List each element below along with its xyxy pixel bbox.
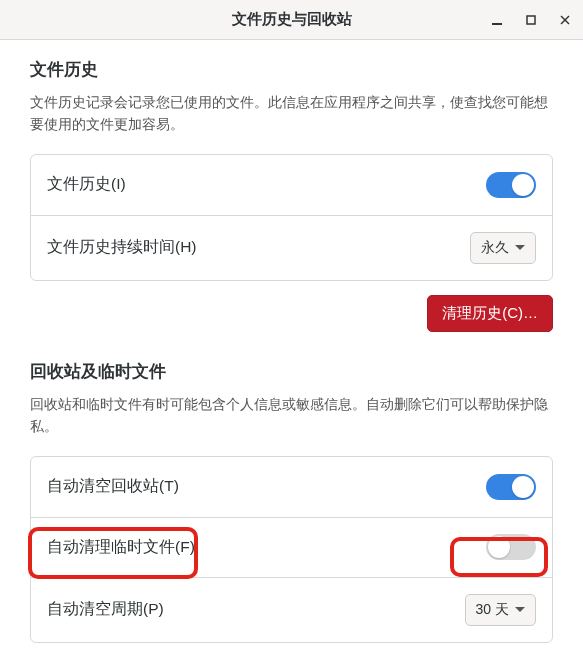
file-history-duration-dropdown[interactable]: 永久 [470, 232, 536, 264]
window-controls [487, 10, 575, 30]
section-file-history-desc: 文件历史记录会记录您已使用的文件。此信息在应用程序之间共享，使查找您可能想要使用… [30, 91, 553, 136]
toggle-knob [512, 476, 534, 498]
section-trash-title: 回收站及临时文件 [30, 360, 553, 383]
clear-history-button[interactable]: 清理历史(C)… [427, 295, 553, 332]
auto-purge-period-dropdown[interactable]: 30 天 [465, 594, 536, 626]
toggle-knob [488, 536, 510, 558]
close-button[interactable] [555, 10, 575, 30]
maximize-button[interactable] [521, 10, 541, 30]
auto-purge-temp-toggle[interactable] [486, 534, 536, 560]
auto-purge-temp-label: 自动清理临时文件(F) [47, 537, 195, 558]
file-history-actions: 清理历史(C)… [30, 295, 553, 332]
minimize-button[interactable] [487, 10, 507, 30]
chevron-down-icon [515, 245, 525, 250]
toggle-knob [512, 174, 534, 196]
minimize-icon [491, 14, 503, 26]
auto-purge-period-label: 自动清空周期(P) [47, 599, 164, 620]
close-icon [560, 15, 570, 25]
row-auto-empty-trash: 自动清空回收站(T) [31, 457, 552, 517]
chevron-down-icon [515, 607, 525, 612]
dropdown-value: 永久 [481, 239, 509, 257]
svg-rect-1 [527, 16, 535, 24]
file-history-duration-label: 文件历史持续时间(H) [47, 237, 197, 258]
row-auto-purge-temp: 自动清理临时文件(F) [31, 517, 552, 577]
row-file-history-duration: 文件历史持续时间(H) 永久 [31, 215, 552, 280]
main-content: 文件历史 文件历史记录会记录您已使用的文件。此信息在应用程序之间共享，使查找您可… [0, 40, 583, 651]
window-title: 文件历史与回收站 [232, 10, 352, 29]
trash-panel: 自动清空回收站(T) 自动清理临时文件(F) 自动清空周期(P) 30 天 [30, 456, 553, 643]
file-history-toggle[interactable] [486, 172, 536, 198]
maximize-icon [526, 15, 536, 25]
section-file-history-title: 文件历史 [30, 58, 553, 81]
file-history-label: 文件历史(I) [47, 174, 126, 195]
dropdown-value: 30 天 [476, 601, 509, 619]
row-file-history: 文件历史(I) [31, 155, 552, 215]
row-auto-purge-period: 自动清空周期(P) 30 天 [31, 577, 552, 642]
titlebar: 文件历史与回收站 [0, 0, 583, 40]
svg-rect-0 [492, 23, 502, 25]
file-history-panel: 文件历史(I) 文件历史持续时间(H) 永久 [30, 154, 553, 281]
section-trash-desc: 回收站和临时文件有时可能包含个人信息或敏感信息。自动删除它们可以帮助保护隐私。 [30, 393, 553, 438]
auto-empty-trash-label: 自动清空回收站(T) [47, 476, 179, 497]
auto-empty-trash-toggle[interactable] [486, 474, 536, 500]
